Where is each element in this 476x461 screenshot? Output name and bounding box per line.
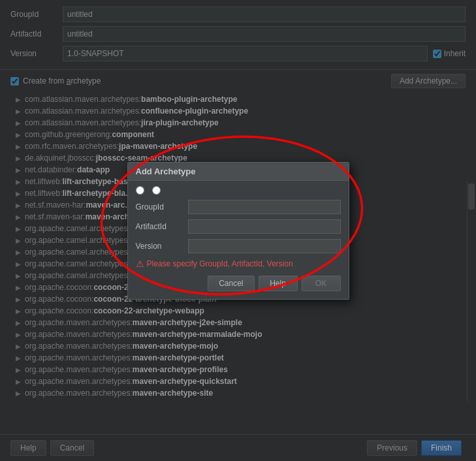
modal-ok-button[interactable]: OK (302, 276, 341, 291)
modal-overlay: Add Archetype GroupId ArtifactId Version (0, 0, 476, 461)
add-archetype-modal: Add Archetype GroupId ArtifactId Version (127, 162, 349, 300)
radio-option-1[interactable] (136, 186, 144, 195)
modal-cancel-button[interactable]: Cancel (208, 276, 254, 291)
modal-error: ⚠ Please specify GroupId, ArtifactId, Ve… (136, 259, 341, 269)
main-window: GroupId ArtifactId Version Inherit Creat… (0, 0, 476, 461)
error-icon: ⚠ (136, 259, 144, 269)
modal-version-input[interactable] (188, 239, 341, 253)
modal-groupid-row: GroupId (136, 200, 341, 214)
modal-artifactid-label: ArtifactId (136, 222, 188, 231)
modal-body: GroupId ArtifactId Version ⚠ Please spec… (128, 197, 349, 299)
modal-artifactid-row: ArtifactId (136, 219, 341, 234)
modal-help-button[interactable]: Help (259, 276, 298, 291)
modal-title-bar: Add Archetype (128, 163, 349, 181)
modal-groupid-label: GroupId (136, 202, 188, 212)
modal-error-text: Please specify GroupId, ArtifactId, Vers… (147, 259, 293, 268)
modal-title: Add Archetype (136, 167, 196, 176)
modal-version-label: Version (136, 242, 188, 251)
modal-artifactid-input[interactable] (188, 219, 341, 234)
modal-buttons: Cancel Help OK (136, 276, 341, 291)
modal-version-row: Version (136, 239, 341, 253)
radio-option-2[interactable] (152, 186, 161, 195)
modal-radio-row (128, 181, 349, 197)
modal-groupid-input[interactable] (188, 200, 341, 214)
